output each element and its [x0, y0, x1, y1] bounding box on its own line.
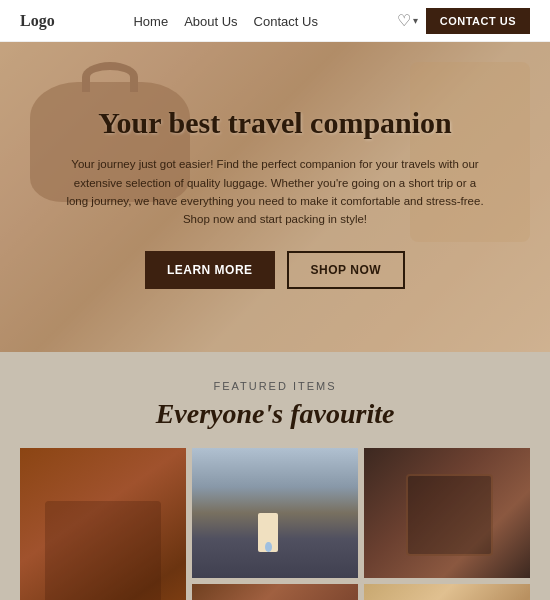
nav-item-about[interactable]: About Us — [184, 12, 237, 30]
product-card-3[interactable] — [364, 448, 530, 578]
heart-icon: ♡ — [397, 11, 411, 30]
product-image-4 — [192, 584, 358, 600]
product-card-4[interactable] — [192, 584, 358, 600]
logo: Logo — [20, 12, 55, 30]
chevron-down-icon: ▾ — [413, 15, 418, 26]
hero-subtitle: Your journey just got easier! Find the p… — [65, 155, 485, 229]
nav-link-home[interactable]: Home — [133, 14, 168, 29]
product-image-5 — [364, 584, 530, 600]
wishlist-icon-group[interactable]: ♡ ▾ — [397, 11, 418, 30]
shop-now-button[interactable]: SHOP NOW — [287, 251, 405, 289]
product-card-2[interactable] — [192, 448, 358, 578]
hero-buttons: LEARN MORE SHOP NOW — [65, 251, 485, 289]
featured-label: FEATURED ITEMS — [20, 380, 530, 392]
learn-more-button[interactable]: LEARN MORE — [145, 251, 275, 289]
product-card-1[interactable] — [20, 448, 186, 600]
hero-title: Your best travel companion — [65, 105, 485, 141]
product-image-3 — [364, 448, 530, 578]
featured-title: Everyone's favourite — [20, 398, 530, 430]
contact-button[interactable]: CONTACT US — [426, 8, 530, 34]
nav-link-contact[interactable]: Contact Us — [254, 14, 318, 29]
hero-content: Your best travel companion Your journey … — [25, 105, 525, 289]
nav-right: ♡ ▾ CONTACT US — [397, 8, 530, 34]
featured-section: FEATURED ITEMS Everyone's favourite — [0, 352, 550, 600]
hero-section: Your best travel companion Your journey … — [0, 42, 550, 352]
nav-item-home[interactable]: Home — [133, 12, 168, 30]
nav-item-contact[interactable]: Contact Us — [254, 12, 318, 30]
navbar: Logo Home About Us Contact Us ♡ ▾ CONTAC… — [0, 0, 550, 42]
product-grid — [20, 448, 530, 600]
nav-links: Home About Us Contact Us — [133, 12, 317, 30]
product-image-2 — [192, 448, 358, 578]
product-image-1 — [20, 448, 186, 600]
nav-link-about[interactable]: About Us — [184, 14, 237, 29]
product-card-5[interactable] — [364, 584, 530, 600]
